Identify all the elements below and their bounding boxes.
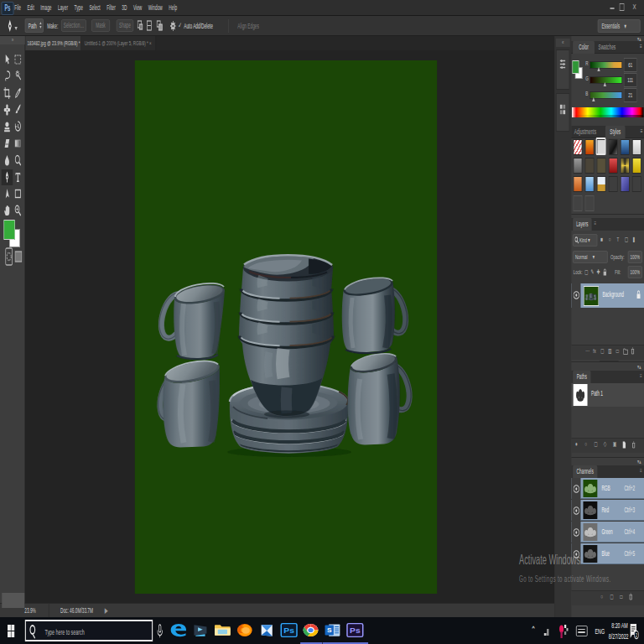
- svg-text:2: 2: [636, 631, 638, 639]
- svg-text:Ps: Ps: [283, 626, 294, 634]
- svg-text:S: S: [327, 626, 332, 633]
- svg-text:Ps: Ps: [350, 626, 361, 634]
